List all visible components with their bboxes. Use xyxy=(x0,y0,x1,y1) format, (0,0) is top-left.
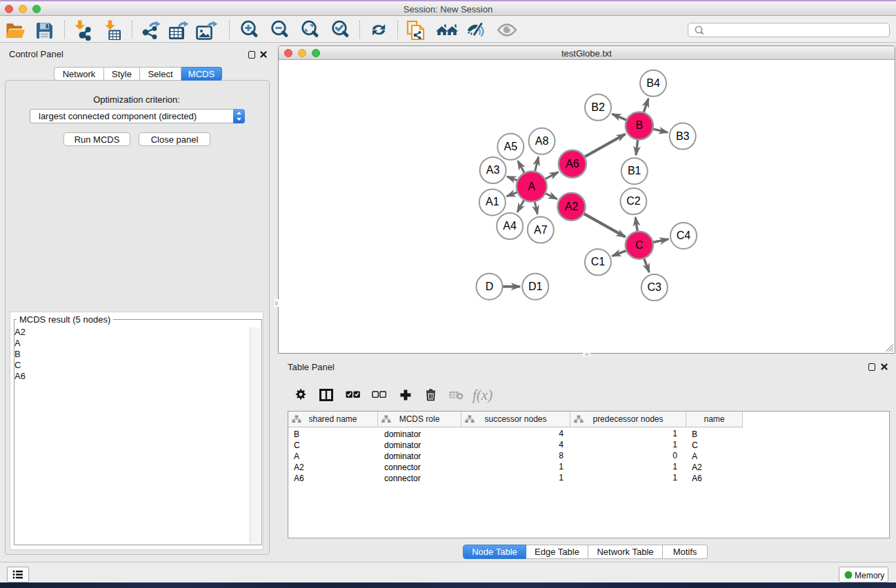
svg-text:D1: D1 xyxy=(528,281,543,292)
svg-text:D: D xyxy=(486,281,494,292)
svg-text:A3: A3 xyxy=(486,164,500,176)
svg-text:A8: A8 xyxy=(535,135,549,147)
svg-text:A1: A1 xyxy=(486,196,499,207)
svg-text:C: C xyxy=(635,239,644,251)
svg-text:C1: C1 xyxy=(591,256,606,267)
svg-text:B3: B3 xyxy=(676,130,690,142)
svg-text:A6: A6 xyxy=(566,158,579,170)
svg-text:A2: A2 xyxy=(565,201,579,212)
svg-text:C2: C2 xyxy=(626,195,641,207)
svg-text:B4: B4 xyxy=(646,77,660,89)
svg-text:C4: C4 xyxy=(677,230,691,241)
svg-text:B2: B2 xyxy=(591,101,605,113)
svg-text:A4: A4 xyxy=(503,220,517,232)
svg-text:B1: B1 xyxy=(628,165,641,176)
svg-text:A5: A5 xyxy=(504,141,518,152)
svg-text:C3: C3 xyxy=(648,281,662,293)
svg-text:A: A xyxy=(528,181,535,192)
svg-text:B: B xyxy=(635,119,643,131)
svg-text:A7: A7 xyxy=(534,224,548,236)
